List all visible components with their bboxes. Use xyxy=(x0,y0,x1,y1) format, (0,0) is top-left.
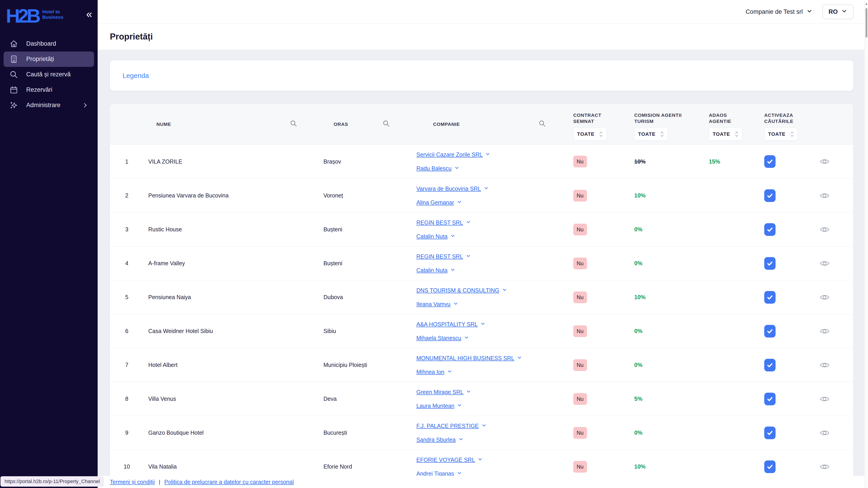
sidebar-item-label: Proprietăți xyxy=(26,56,54,63)
view-cell xyxy=(796,395,853,402)
contact-link[interactable]: Catalin Nuta xyxy=(416,233,447,240)
company-link[interactable]: DNS TOURISM & CONSULTING xyxy=(416,287,499,294)
eye-icon[interactable] xyxy=(819,395,830,402)
eye-icon[interactable] xyxy=(819,361,830,369)
chevron-down-icon[interactable] xyxy=(484,186,489,192)
eye-icon[interactable] xyxy=(819,294,830,301)
company-link[interactable]: MONUMENTAL HIGH BUSINESS SRL xyxy=(416,355,514,361)
sidebar-item-search[interactable]: Caută și rezervă xyxy=(4,67,94,82)
contract-badge: Nu xyxy=(573,190,587,201)
sidebar-item-building[interactable]: Proprietăți xyxy=(4,52,94,67)
sidebar-item-calendar[interactable]: Rezervări xyxy=(4,82,94,98)
activate-checkbox[interactable] xyxy=(764,189,776,202)
company-link[interactable]: A&A HOSPITALITY SRL xyxy=(416,321,477,328)
eye-icon[interactable] xyxy=(819,260,830,267)
row-index: 1 xyxy=(110,158,144,165)
company-link[interactable]: Servicii Cazare Zorile SRL xyxy=(416,151,483,158)
chevron-right-icon xyxy=(82,102,88,108)
activate-checkbox[interactable] xyxy=(764,393,776,405)
activate-cell xyxy=(747,460,796,473)
privacy-link[interactable]: Politica de prelucrare a datelor cu cara… xyxy=(164,479,294,485)
activate-filter-select[interactable]: TOATE xyxy=(764,128,798,141)
contact-link[interactable]: Radu Balescu xyxy=(416,165,452,172)
col-activate-header: ACTIVEAZA CĂUTĂRILE TOATE xyxy=(747,104,796,144)
contact-link[interactable]: Mihaela Stanescu xyxy=(416,335,461,341)
sidebar-item-sparkles[interactable]: Administrare xyxy=(4,98,94,113)
chevron-down-icon[interactable] xyxy=(502,287,507,294)
commission-cell: 0% xyxy=(625,362,691,368)
chevron-down-icon[interactable] xyxy=(517,355,522,361)
contact-link[interactable]: Catalin Nuta xyxy=(416,267,447,273)
activate-checkbox[interactable] xyxy=(764,325,776,337)
activate-checkbox[interactable] xyxy=(764,359,776,371)
col-company-label: COMPANIE xyxy=(433,122,460,127)
commission-cell: 0% xyxy=(625,328,691,334)
company-link[interactable]: REGIN BEST SRL xyxy=(416,219,463,226)
eye-icon[interactable] xyxy=(819,328,830,335)
markup-filter-select[interactable]: TOATE xyxy=(709,128,743,141)
scrollbar-thumb[interactable] xyxy=(866,8,867,37)
activate-checkbox[interactable] xyxy=(764,223,776,236)
company-link[interactable]: REGIN BEST SRL xyxy=(416,253,463,260)
contact-link[interactable]: Sandra Sburlea xyxy=(416,436,456,443)
search-icon xyxy=(9,70,18,79)
eye-icon[interactable] xyxy=(819,463,830,470)
chevron-down-icon[interactable] xyxy=(466,219,471,226)
search-icon[interactable] xyxy=(290,120,298,129)
sidebar-collapse-icon[interactable]: « xyxy=(86,8,92,20)
activate-checkbox[interactable] xyxy=(764,291,776,304)
activate-checkbox[interactable] xyxy=(764,427,776,439)
eye-icon[interactable] xyxy=(819,158,830,165)
contract-cell: Nu xyxy=(560,325,625,337)
company-link[interactable]: Green Mirage SRL xyxy=(416,389,463,395)
contact-link[interactable]: Alina Gemanar xyxy=(416,199,454,206)
company-link[interactable]: F.J. PALACE PRESTIGE xyxy=(416,423,479,429)
activate-checkbox[interactable] xyxy=(764,460,776,473)
table-row: 7 Hotel Albert Municipiu Ploiești MONUME… xyxy=(110,348,853,382)
chevron-down-icon[interactable] xyxy=(464,335,469,341)
view-cell xyxy=(796,192,853,199)
search-icon[interactable] xyxy=(382,120,390,129)
contract-badge: Nu xyxy=(573,258,587,269)
activate-checkbox[interactable] xyxy=(764,155,776,168)
contact-link[interactable]: Ileana Vamvu xyxy=(416,301,451,307)
language-selector[interactable]: RO xyxy=(822,4,854,19)
topbar: Companie de Test srl RO xyxy=(98,0,868,24)
contact-link[interactable]: Mihnea Ion xyxy=(416,369,444,375)
legend-toggle[interactable]: Legenda xyxy=(123,72,149,79)
commission-filter-select[interactable]: TOATE xyxy=(634,128,668,141)
search-icon[interactable] xyxy=(538,120,546,129)
chevron-down-icon[interactable] xyxy=(450,233,455,240)
chevron-down-icon[interactable] xyxy=(450,267,455,273)
vertical-scrollbar[interactable] xyxy=(864,0,868,488)
activate-cell xyxy=(747,427,796,439)
chevron-down-icon[interactable] xyxy=(480,321,485,328)
company-link[interactable]: Varvara de Bucovina SRL xyxy=(416,186,481,192)
chevron-down-icon[interactable] xyxy=(447,369,452,375)
terms-link[interactable]: Termeni și condiții xyxy=(110,479,155,485)
contract-cell: Nu xyxy=(560,224,625,235)
sidebar-item-home[interactable]: Dashboard xyxy=(4,36,94,52)
commission-cell: 10% xyxy=(625,158,691,165)
chevron-down-icon[interactable] xyxy=(482,423,487,429)
chevron-down-icon[interactable] xyxy=(466,389,471,395)
eye-icon[interactable] xyxy=(819,226,830,233)
contract-filter-select[interactable]: TOATE xyxy=(573,128,607,141)
company-link[interactable]: EFORIE VOYAGE SRL xyxy=(416,457,475,463)
col-company-header: COMPANIE xyxy=(413,120,560,129)
chevron-down-icon[interactable] xyxy=(466,253,471,260)
company-selector[interactable]: Companie de Test srl xyxy=(745,8,812,15)
chevron-down-icon[interactable] xyxy=(477,457,483,463)
contact-link[interactable]: Laura Muntean xyxy=(416,402,454,409)
chevron-down-icon[interactable] xyxy=(457,402,462,409)
activate-checkbox[interactable] xyxy=(764,257,776,270)
chevron-down-icon[interactable] xyxy=(485,151,490,158)
chevron-down-icon[interactable] xyxy=(453,301,458,307)
chevron-down-icon[interactable] xyxy=(454,165,459,172)
eye-icon[interactable] xyxy=(819,192,830,199)
eye-icon[interactable] xyxy=(819,429,830,436)
scroll-up-icon[interactable] xyxy=(865,3,868,5)
chevron-down-icon[interactable] xyxy=(458,436,463,443)
chevron-down-icon[interactable] xyxy=(457,199,462,206)
main-area: Companie de Test srl RO Proprietăți Lege… xyxy=(98,0,868,488)
